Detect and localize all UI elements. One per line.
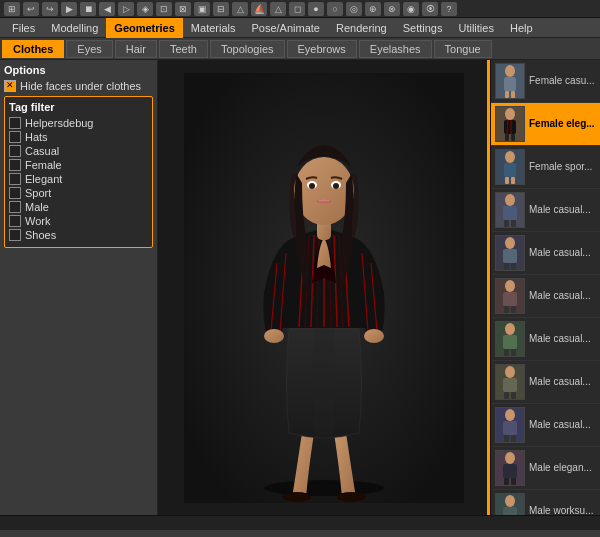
tab-topologies[interactable]: Topologies [210,40,285,58]
svg-point-26 [333,183,339,189]
toolbar-icon-17[interactable]: ● [308,2,324,16]
tag-elegant[interactable]: Elegant [9,173,148,185]
svg-rect-63 [504,435,509,442]
thumb-male-casu-4[interactable]: Male casual... [491,318,600,361]
thumb-label-male-casu-4: Male casual... [529,333,591,345]
tag-work[interactable]: Work [9,215,148,227]
menu-utilities[interactable]: Utilities [450,18,501,38]
menu-help[interactable]: Help [502,18,541,38]
tag-shoes[interactable]: Shoes [9,229,148,241]
tag-elegant-checkbox[interactable] [9,173,21,185]
svg-rect-32 [504,120,516,134]
tag-work-checkbox[interactable] [9,215,21,227]
tab-tongue[interactable]: Tongue [434,40,492,58]
toolbar-icon-12[interactable]: ⊟ [213,2,229,16]
thumb-female-spor[interactable]: Female spor... [491,146,600,189]
svg-rect-62 [503,421,517,435]
thumb-label-male-eleg: Male elegan... [529,462,592,474]
thumb-male-casu-6[interactable]: Male casual... [491,404,600,447]
thumb-male-worksu[interactable]: Male worksu... [491,490,600,515]
thumb-male-eleg[interactable]: Male elegan... [491,447,600,490]
thumb-img-female-casu-1 [495,63,525,99]
tag-helpersdebug[interactable]: Helpersdebug [9,117,148,129]
tab-clothes[interactable]: Clothes [2,40,64,58]
toolbar-icon-7[interactable]: ▷ [118,2,134,16]
tag-hats-checkbox[interactable] [9,131,21,143]
tab-eyes[interactable]: Eyes [66,40,112,58]
tag-casual-label: Casual [25,145,59,157]
tab-teeth[interactable]: Teeth [159,40,208,58]
menu-files[interactable]: Files [4,18,43,38]
thumb-label-male-casu-2: Male casual... [529,247,591,259]
thumb-label-male-casu-6: Male casual... [529,419,591,431]
help-icon[interactable]: ? [441,2,457,16]
svg-rect-60 [511,392,516,399]
svg-rect-35 [505,134,509,141]
tab-hair[interactable]: Hair [115,40,157,58]
toolbar-icon-20[interactable]: ⊕ [365,2,381,16]
hide-faces-checkbox[interactable] [4,80,16,92]
tag-casual-checkbox[interactable] [9,145,21,157]
menu-geometries[interactable]: Geometries [106,18,183,38]
toolbar-icon-11[interactable]: ▣ [194,2,210,16]
tag-male-checkbox[interactable] [9,201,21,213]
menu-materials[interactable]: Materials [183,18,244,38]
menu-modelling[interactable]: Modelling [43,18,106,38]
thumb-img-male-eleg [495,450,525,486]
thumb-male-casu-1[interactable]: Male casual... [491,189,600,232]
tag-sport-checkbox[interactable] [9,187,21,199]
toolbar-icon-1[interactable]: ⊞ [4,2,20,16]
toolbar-icon-19[interactable]: ◎ [346,2,362,16]
thumb-female-eleg[interactable]: Female eleg... [491,103,600,146]
tag-casual[interactable]: Casual [9,145,148,157]
toolbar-icon-13[interactable]: △ [232,2,248,16]
thumb-male-casu-3[interactable]: Male casual... [491,275,600,318]
svg-rect-70 [503,507,517,515]
toolbar-icon-3[interactable]: ↪ [42,2,58,16]
svg-rect-64 [511,435,516,442]
tag-shoes-checkbox[interactable] [9,229,21,241]
toolbar-icon-23[interactable]: ⦿ [422,2,438,16]
toolbar-icon-22[interactable]: ◉ [403,2,419,16]
svg-rect-29 [505,91,509,98]
menu-settings[interactable]: Settings [395,18,451,38]
tag-work-label: Work [25,215,50,227]
svg-rect-43 [504,220,509,227]
thumb-img-female-spor [495,149,525,185]
tag-hats[interactable]: Hats [9,131,148,143]
toolbar-icon-21[interactable]: ⊗ [384,2,400,16]
viewport[interactable] [158,60,490,515]
toolbar-icon-2[interactable]: ↩ [23,2,39,16]
tag-male[interactable]: Male [9,201,148,213]
toolbar-icon-4[interactable]: ▶ [61,2,77,16]
subtab-bar: Clothes Eyes Hair Teeth Topologies Eyebr… [0,38,600,60]
menu-pose-animate[interactable]: Pose/Animate [243,18,327,38]
menu-rendering[interactable]: Rendering [328,18,395,38]
thumb-male-casu-2[interactable]: Male casual... [491,232,600,275]
splitter[interactable] [487,60,490,515]
toolbar-icon-5[interactable]: ⏹ [80,2,96,16]
toolbar-icon-10[interactable]: ⊠ [175,2,191,16]
tab-eyebrows[interactable]: Eyebrows [287,40,357,58]
tag-female[interactable]: Female [9,159,148,171]
toolbar-icon-9[interactable]: ⊡ [156,2,172,16]
svg-rect-67 [504,478,509,485]
thumb-img-male-worksu [495,493,525,515]
thumb-male-casu-5[interactable]: Male casual... [491,361,600,404]
tag-female-checkbox[interactable] [9,159,21,171]
tag-helpersdebug-checkbox[interactable] [9,117,21,129]
tab-eyelashes[interactable]: Eyelashes [359,40,432,58]
toolbar-icon-14[interactable]: ⛵ [251,2,267,16]
toolbar-icon-8[interactable]: ◈ [137,2,153,16]
thumb-label-male-casu-1: Male casual... [529,204,591,216]
tag-sport[interactable]: Sport [9,187,148,199]
thumb-label-male-casu-3: Male casual... [529,290,591,302]
toolbar-icon-18[interactable]: ○ [327,2,343,16]
toolbar-icon-15[interactable]: △ [270,2,286,16]
thumb-female-casu-1[interactable]: Female casu... [491,60,600,103]
svg-rect-42 [503,206,517,220]
toolbar-icon-6[interactable]: ◀ [99,2,115,16]
status-bar [0,515,600,530]
toolbar-icon-16[interactable]: ◻ [289,2,305,16]
hide-faces-option[interactable]: Hide faces under clothes [4,80,153,92]
